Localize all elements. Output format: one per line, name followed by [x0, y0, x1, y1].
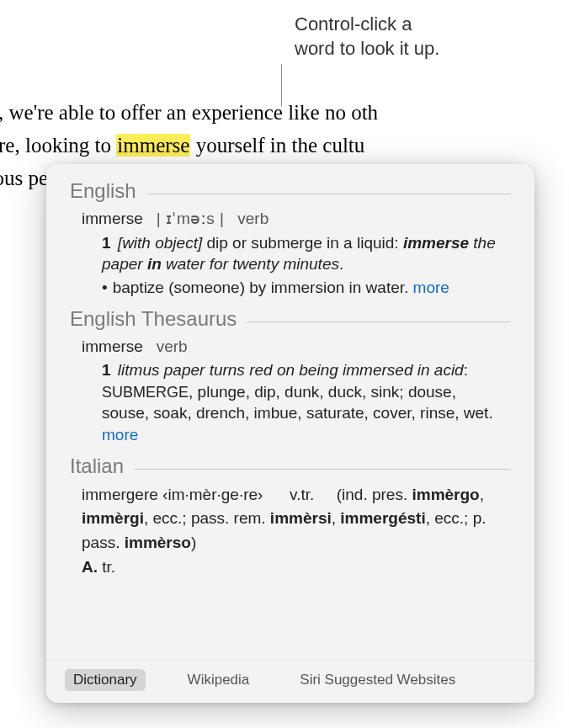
italian-sense-label: A. tr.: [82, 556, 115, 578]
section-title: English Thesaurus: [70, 307, 237, 331]
callout-line-2: word to look it up.: [295, 37, 439, 61]
section-header-thesaurus: English Thesaurus: [70, 307, 511, 331]
entry-pos: verb: [157, 337, 188, 355]
thesaurus-entry-head: immerse verb: [82, 336, 511, 358]
grammar-label: [with object]: [118, 234, 202, 252]
popup-tabs: Dictionary Wikipedia Siri Suggested Webs…: [46, 660, 534, 703]
more-link[interactable]: more: [102, 426, 138, 444]
popup-arrow: [236, 164, 256, 166]
syllabification: ‹im·mèr·ge·re›: [162, 486, 263, 503]
text-line-1: ckages, we're able to offer an experienc…: [0, 97, 569, 130]
section-title: Italian: [70, 454, 124, 478]
italian-pos: v.tr.: [290, 486, 314, 503]
entry-pronunciation: | ɪˈməːs |: [157, 210, 225, 227]
more-link[interactable]: more: [413, 279, 449, 296]
example-bold-1: immerse: [403, 234, 469, 252]
bullet-icon: •: [102, 279, 108, 296]
callout-tooltip: Control-click a word to look it up.: [295, 13, 439, 61]
english-entry: immerse | ɪˈməːs | verb 1 [with object] …: [70, 208, 511, 299]
highlighted-word[interactable]: immerse: [116, 134, 190, 157]
sense-number: 1: [102, 361, 111, 379]
entry-word: immerse: [82, 210, 143, 227]
italian-entry-head: immergere ‹im·mèr·ge·re› v.tr. (ind. pre…: [82, 483, 511, 555]
tab-wikipedia[interactable]: Wikipedia: [179, 669, 258, 691]
entry-pos: verb: [237, 210, 269, 227]
example-period: .: [339, 255, 343, 273]
conj-form-1: immèrgo: [412, 486, 479, 503]
text-line-2: dventure, looking to immerse yourself in…: [0, 130, 569, 162]
subdefinition-text: baptize (someone) by immersion in water.: [113, 279, 409, 296]
subdefinition-row: •baptize (someone) by immersion in water…: [114, 277, 504, 299]
conjugation-open: (ind. pres.: [337, 486, 412, 503]
lookup-popup: English immerse | ɪˈməːs | verb 1 [with …: [46, 164, 534, 703]
conj-form-3: immèrsi: [270, 509, 332, 527]
tab-siri-suggested[interactable]: Siri Suggested Websites: [291, 669, 464, 691]
tab-dictionary[interactable]: Dictionary: [65, 669, 146, 691]
conj-form-4: immergésti: [340, 509, 425, 527]
entry-word: immergere: [82, 486, 158, 503]
thesaurus-entry-body: 1 litmus paper turns red on being immers…: [102, 359, 504, 446]
section-rule: [247, 321, 511, 322]
example-bold-2: in: [147, 255, 162, 273]
example-plain-2: water for twenty minutes: [162, 255, 339, 273]
section-title: English: [70, 179, 136, 203]
section-header-english: English: [70, 179, 511, 203]
conj-form-2: immèrgi: [82, 509, 144, 527]
definition-text: dip or submerge in a liquid:: [206, 234, 398, 252]
italian-entry: immergere ‹im·mèr·ge·re› v.tr. (ind. pre…: [70, 483, 511, 578]
thesaurus-example: litmus paper turns red on being immersed…: [118, 361, 464, 379]
sense-number: 1: [102, 234, 111, 252]
english-entry-head: immerse | ɪˈməːs | verb: [82, 208, 511, 230]
section-rule: [146, 194, 511, 194]
popup-content[interactable]: English immerse | ɪˈməːs | verb 1 [with …: [46, 164, 534, 660]
thesaurus-entry: immerse verb 1 litmus paper turns red on…: [70, 336, 511, 446]
callout-line-1: Control-click a: [295, 13, 439, 37]
conj-form-5: immèrso: [125, 534, 191, 551]
english-entry-body: 1 [with object] dip or submerge in a liq…: [102, 232, 504, 299]
section-rule: [134, 469, 511, 470]
synonym-lead: SUBMERGE: [102, 384, 189, 401]
entry-word: immerse: [82, 337, 143, 355]
section-header-italian: Italian: [70, 454, 511, 478]
